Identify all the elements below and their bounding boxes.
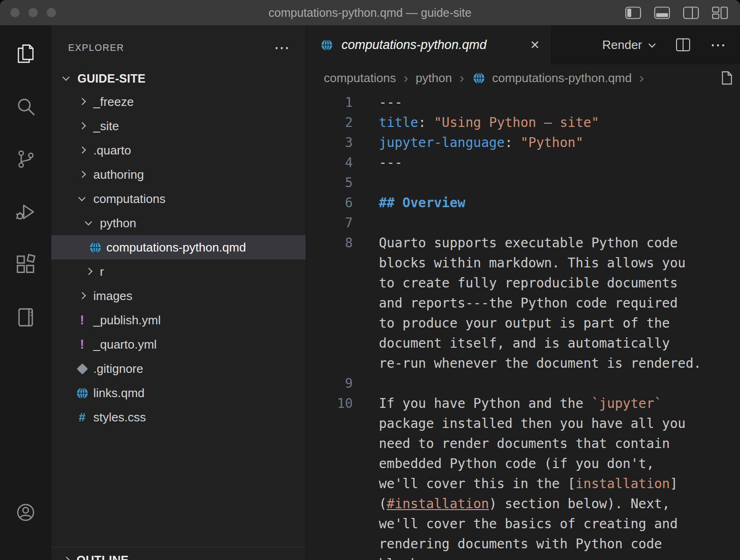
line-number[interactable] bbox=[306, 534, 353, 554]
split-editor-icon[interactable] bbox=[676, 38, 691, 51]
code-row[interactable]: need to render documents that contain bbox=[306, 434, 740, 454]
line-number[interactable] bbox=[306, 273, 353, 293]
tab-computations-python-qmd[interactable]: computations-python.qmd ✕ bbox=[306, 25, 552, 64]
tree-item-images[interactable]: images bbox=[51, 284, 306, 308]
code-row[interactable]: re-run whenever the document is rendered… bbox=[306, 353, 740, 373]
code-row[interactable]: document itself, and is automatically bbox=[306, 333, 740, 353]
code-row[interactable]: blocks within markdown. This allows you bbox=[306, 253, 740, 273]
code-row[interactable]: (#installation) section below). Next, bbox=[306, 494, 740, 514]
tree-item-python[interactable]: python bbox=[51, 211, 306, 235]
code-row[interactable]: rendering documents with Python code bbox=[306, 534, 740, 554]
notebook-tab[interactable] bbox=[0, 292, 51, 344]
explorer-more-actions-icon[interactable]: ⋯ bbox=[274, 43, 290, 52]
breadcrumb-python[interactable]: python bbox=[416, 71, 452, 85]
tree-item-computations[interactable]: computations bbox=[51, 187, 306, 211]
line-number[interactable] bbox=[306, 413, 353, 434]
tree-item-styles-css[interactable]: #styles.css bbox=[51, 405, 306, 429]
line-number[interactable] bbox=[306, 474, 353, 494]
code-row[interactable]: we'll cover the basics of creating and bbox=[306, 514, 740, 534]
line-number[interactable] bbox=[306, 253, 353, 273]
code-row[interactable]: we'll cover this in the [installation] bbox=[306, 474, 740, 494]
chevron-right-icon bbox=[59, 553, 74, 560]
code-row[interactable]: to create fully reproducible documents bbox=[306, 273, 740, 293]
line-number[interactable]: 1 bbox=[306, 92, 353, 112]
tree-item--publish-yml[interactable]: !_publish.yml bbox=[51, 308, 306, 332]
line-number[interactable]: 5 bbox=[306, 173, 353, 193]
toggle-primary-sidebar-icon[interactable] bbox=[625, 7, 641, 19]
tree-item--quarto-yml[interactable]: !_quarto.yml bbox=[51, 332, 306, 357]
run-debug-tab[interactable] bbox=[0, 186, 51, 239]
toggle-panel-icon[interactable] bbox=[654, 7, 670, 19]
line-number[interactable] bbox=[306, 333, 353, 353]
code-row[interactable]: 7 bbox=[306, 213, 740, 233]
tree-item-links-qmd[interactable]: links.qmd bbox=[51, 381, 306, 405]
quarto-file-icon bbox=[472, 70, 487, 85]
line-number[interactable]: 2 bbox=[306, 112, 353, 133]
code-row[interactable]: 8Quarto supports executable Python code bbox=[306, 233, 740, 253]
account-button[interactable] bbox=[0, 487, 51, 539]
code-row[interactable]: 1--- bbox=[306, 92, 740, 112]
tree-root-guide-site[interactable]: GUIDE-SITE bbox=[51, 67, 306, 90]
editor-more-actions-icon[interactable]: ⋯ bbox=[710, 40, 726, 49]
code-row[interactable]: 6## Overview bbox=[306, 193, 740, 213]
code-editor[interactable]: 1---2title: "Using Python — site"3jupyte… bbox=[306, 91, 740, 560]
line-number[interactable]: 8 bbox=[306, 233, 353, 253]
close-window-button[interactable] bbox=[10, 8, 20, 17]
tree-item--site[interactable]: _site bbox=[51, 114, 306, 138]
editor-area: computations-python.qmd ✕ Render ⋯ compu… bbox=[306, 25, 740, 560]
line-number[interactable] bbox=[306, 554, 353, 560]
tree-item-computations-python-qmd[interactable]: computations-python.qmd bbox=[51, 235, 306, 259]
close-tab-icon[interactable]: ✕ bbox=[530, 38, 540, 52]
line-number[interactable] bbox=[306, 434, 353, 454]
source-control-icon bbox=[15, 148, 36, 172]
extensions-tab[interactable] bbox=[0, 239, 51, 292]
line-number[interactable] bbox=[306, 454, 353, 474]
code-text: --- bbox=[353, 92, 403, 112]
code-row[interactable]: package installed then you have all you bbox=[306, 413, 740, 434]
line-number[interactable]: 10 bbox=[306, 393, 353, 413]
explorer-tab[interactable] bbox=[0, 28, 51, 81]
tree-item--freeze[interactable]: _freeze bbox=[51, 90, 306, 114]
code-row[interactable]: and reports---the Python code required bbox=[306, 293, 740, 313]
code-row[interactable]: 3jupyter-language: "Python" bbox=[306, 133, 740, 153]
tree-item--quarto[interactable]: .quarto bbox=[51, 138, 306, 162]
line-number[interactable] bbox=[306, 293, 353, 313]
account-icon bbox=[15, 502, 36, 525]
breadcrumb-file-label: computations-python.qmd bbox=[492, 71, 632, 85]
code-row[interactable]: embedded Python code (if you don't, bbox=[306, 454, 740, 474]
tree-item-label: _site bbox=[93, 119, 119, 133]
tree-item--gitignore[interactable]: .gitignore bbox=[51, 357, 306, 381]
search-tab[interactable] bbox=[0, 81, 51, 133]
tree-item-authoring[interactable]: authoring bbox=[51, 162, 306, 187]
line-number[interactable] bbox=[306, 313, 353, 333]
code-row[interactable]: 9 bbox=[306, 373, 740, 393]
line-number[interactable]: 4 bbox=[306, 153, 353, 173]
breadcrumb-computations[interactable]: computations bbox=[324, 71, 396, 85]
code-row[interactable]: 2title: "Using Python — site" bbox=[306, 112, 740, 133]
line-number[interactable]: 6 bbox=[306, 193, 353, 213]
line-number[interactable] bbox=[306, 494, 353, 514]
notebook-icon bbox=[15, 307, 36, 330]
line-number[interactable]: 3 bbox=[306, 133, 353, 153]
line-number[interactable] bbox=[306, 353, 353, 373]
render-button[interactable]: Render bbox=[602, 38, 656, 52]
code-text bbox=[353, 373, 379, 393]
breadcrumb-file[interactable]: computations-python.qmd bbox=[472, 70, 632, 85]
toggle-secondary-sidebar-icon[interactable] bbox=[683, 7, 699, 19]
code-row[interactable]: 5 bbox=[306, 173, 740, 193]
zoom-window-button[interactable] bbox=[47, 8, 56, 17]
line-number[interactable]: 7 bbox=[306, 213, 353, 233]
symbol-file-icon bbox=[720, 70, 733, 85]
minimize-window-button[interactable] bbox=[28, 8, 38, 17]
source-control-tab[interactable] bbox=[0, 133, 51, 186]
code-row[interactable]: 10If you have Python and the `jupyter` bbox=[306, 393, 740, 413]
tree-item-r[interactable]: r bbox=[51, 259, 306, 284]
line-number[interactable]: 9 bbox=[306, 373, 353, 393]
outline-section[interactable]: OUTLINE bbox=[51, 547, 306, 560]
code-row[interactable]: blocks. bbox=[306, 554, 740, 560]
code-row[interactable]: to produce your output is part of the bbox=[306, 313, 740, 333]
line-number[interactable] bbox=[306, 514, 353, 534]
customize-layout-icon[interactable] bbox=[712, 7, 728, 19]
warn-file-icon: ! bbox=[75, 313, 90, 328]
code-row[interactable]: 4--- bbox=[306, 153, 740, 173]
